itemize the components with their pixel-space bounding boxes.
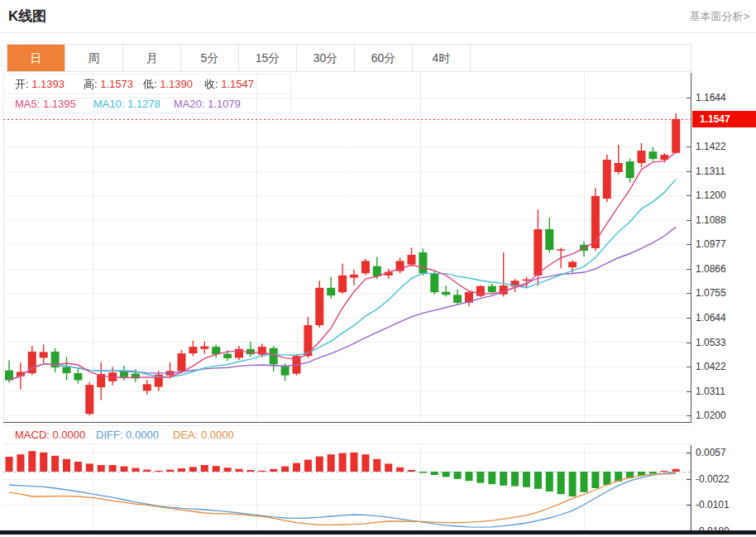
legend-value: 1.1573 [98,78,133,90]
legend-label: MACD: [15,429,50,441]
main-axis-tick-label: 1.0533 [696,337,754,348]
fundamental-analysis-link[interactable]: 基本面分析> [689,9,749,24]
legend-value: 1.1278 [125,98,160,110]
period-tab-0[interactable]: 日 [7,45,65,71]
legend-label: MA5: [15,98,40,110]
main-axis-tick-label: 1.1644 [696,92,754,103]
period-tab-1[interactable]: 周 [65,45,123,71]
main-axis-tick-label: 1.0422 [696,361,754,372]
title-divider [0,32,756,33]
legend-item: MA10: 1.1278 [93,98,160,110]
main-axis-tick-label: 1.1088 [696,214,754,226]
legend-label: 低: [143,78,157,90]
legend-value: 1.1390 [157,78,193,90]
legend-label: MA10: [93,98,125,110]
main-axis-tick-label: 1.0311 [696,386,754,397]
legend-item: MA20: 1.1079 [174,98,241,110]
legend-value: 1.1547 [218,78,254,90]
macd-axis-tick-label: -0.0101 [696,499,754,511]
period-tab-bar: 日周月5分15分30分60分4时 [7,44,691,72]
legend-value: 0.0000 [123,429,159,441]
legend-value: 1.1395 [40,98,75,110]
legend-item: DIFF: 0.0000 [96,429,159,441]
main-axis-tick-label: 1.1311 [696,165,754,177]
ohlc-legend-row: 开: 1.1393高: 1.1573低: 1.1390收: 1.1547 [4,74,290,93]
legend-value: 0.0000 [198,429,233,441]
main-axis-tick-label: 1.0866 [696,263,754,275]
legend-item: 高: 1.1573 [84,77,133,92]
ohlc-ma-legend: 开: 1.1393高: 1.1573低: 1.1390收: 1.1547 MA5… [3,74,291,113]
main-axis-tick-label: 1.0977 [696,238,754,250]
kline-widget: K线图 基本面分析> 日周月5分15分30分60分4时 开: 1.1393高: … [0,0,756,537]
legend-item: MA5: 1.1395 [15,98,76,110]
main-axis-tick-label: 1.0644 [696,312,754,324]
main-axis-tick-label: 1.1200 [696,189,754,201]
legend-item: 收: 1.1547 [204,77,254,92]
candlestick-chart-canvas[interactable] [3,73,691,423]
ma-legend-row: MA5: 1.1395MA10: 1.1278MA20: 1.1079 [4,93,290,113]
period-tab-3[interactable]: 5分 [181,45,239,71]
legend-item: MACD: 0.0000 [15,429,85,441]
legend-item: DEA: 0.0000 [173,429,234,441]
legend-label: 高: [84,78,98,90]
legend-label: DEA: [173,429,198,441]
legend-value: 1.1079 [205,98,241,110]
period-tab-6[interactable]: 60分 [355,45,413,71]
current-price-tag: 1.1547 [692,111,756,127]
period-tab-4[interactable]: 15分 [239,45,297,71]
page-title: K线图 [8,7,46,26]
tab-bar-filler [471,45,691,71]
macd-legend-row: MACD: 0.0000DIFF: 0.0000DEA: 0.0000 [3,425,691,444]
macd-chart-canvas[interactable] [3,445,691,531]
legend-label: MA20: [174,98,205,110]
chart-scrollbar[interactable] [0,530,756,535]
main-axis-tick-label: 1.1422 [696,141,754,152]
period-tab-2[interactable]: 月 [123,45,181,71]
main-axis-tick-label: 1.0200 [696,410,754,421]
legend-label: 收: [204,78,218,90]
macd-axis-tick-label: -0.0022 [696,473,754,485]
legend-item: 低: 1.1390 [143,77,193,92]
legend-item: 开: 1.1393 [15,77,65,92]
macd-axis-tick-label: 0.0057 [696,447,754,458]
legend-label: DIFF: [96,429,123,441]
legend-value: 1.1393 [29,78,65,90]
period-tab-7[interactable]: 4时 [413,45,471,71]
legend-value: 0.0000 [50,429,85,441]
period-tab-5[interactable]: 30分 [297,45,355,71]
legend-label: 开: [15,78,29,90]
main-axis-tick-label: 1.0755 [696,287,754,299]
